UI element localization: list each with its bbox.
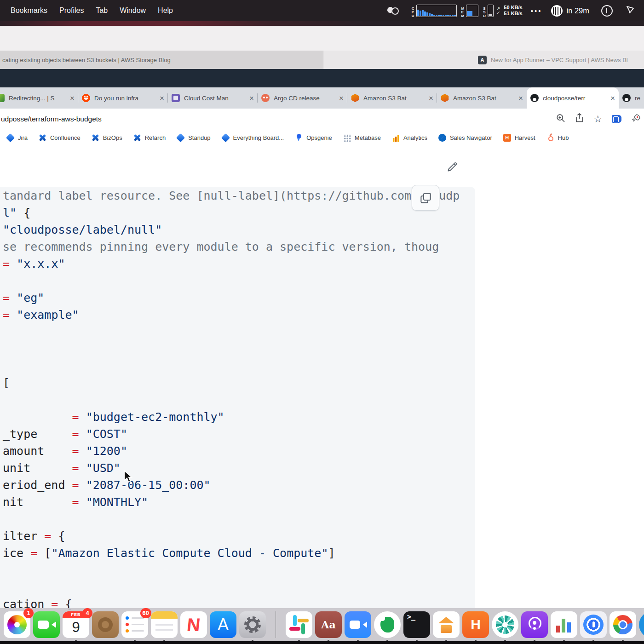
close-tab-icon[interactable]: ×	[160, 94, 164, 102]
bookmark-refarch[interactable]: Refarch	[133, 134, 166, 142]
chrome-window-frame	[0, 69, 644, 87]
safari-tab-storage-blog[interactable]: cating existing objects between S3 bucke…	[0, 51, 323, 69]
dock-zoom[interactable]	[345, 611, 371, 638]
menu-window[interactable]: Window	[114, 6, 152, 15]
event-countdown-label[interactable]: in 29m	[566, 6, 589, 15]
close-tab-icon[interactable]: ×	[610, 94, 615, 102]
code-line: nit = "MONTHLY"	[3, 494, 475, 511]
code-line: amount = "1200"	[3, 443, 475, 460]
tab-title: Amazon S3 Bat	[453, 95, 516, 102]
share-menu-icon[interactable]	[625, 4, 636, 17]
dock-app-store[interactable]	[210, 611, 236, 638]
notification-badge: 60	[140, 608, 151, 618]
code-line	[3, 323, 475, 340]
menubar-overflow-icon[interactable]: •••	[531, 7, 542, 15]
dock-facetime[interactable]	[33, 611, 60, 638]
dock-chrome[interactable]	[610, 611, 636, 638]
edit-readme-pencil-icon[interactable]	[446, 161, 458, 175]
chrome-tab-4[interactable]: Argo CD release×	[258, 87, 347, 109]
dock-system-preferences[interactable]	[239, 611, 266, 638]
close-tab-icon[interactable]: ×	[70, 94, 75, 102]
chrome-tab-8[interactable]: re	[619, 87, 644, 109]
dock-dictionary[interactable]	[315, 611, 342, 638]
dock-divider	[276, 611, 276, 638]
github-favicon	[622, 94, 631, 102]
menu-bookmarks[interactable]: Bookmarks	[5, 6, 53, 15]
bookmark-label: Hub	[558, 134, 569, 141]
close-tab-icon[interactable]: ×	[429, 94, 433, 102]
mem-meter[interactable]	[466, 5, 478, 17]
dock-1password[interactable]	[580, 611, 607, 638]
dock-news[interactable]	[180, 611, 207, 638]
dock-contacts[interactable]	[92, 611, 119, 638]
ssd-meter[interactable]	[488, 5, 494, 17]
close-tab-icon[interactable]: ×	[249, 94, 254, 102]
bookmark-hub[interactable]: Hub	[546, 134, 569, 142]
bookmark-opsgenie[interactable]: Opsgenie	[295, 134, 332, 142]
dock-numbers[interactable]	[551, 611, 577, 638]
dock-photos[interactable]: 1	[4, 611, 30, 638]
partial-favicon	[0, 94, 5, 102]
menu-profiles[interactable]: Profiles	[53, 6, 90, 15]
close-tab-icon[interactable]: ×	[518, 94, 523, 102]
cpu-history-bar	[424, 12, 426, 16]
terraform-code-block: tandard label resource. See [null-label]…	[0, 187, 475, 644]
code-line: unit = "USD"	[3, 460, 475, 477]
dock-reminders[interactable]: 60	[121, 611, 148, 638]
code-line: = "eg"	[3, 289, 475, 306]
network-activity-icon[interactable]: ↗↙	[496, 6, 500, 15]
safari-tab-app-runner[interactable]: A New for App Runner – VPC Support | AWS…	[323, 51, 644, 69]
bookmark-sales-navigator[interactable]: Sales Navigator	[438, 134, 492, 142]
safari-tab-title: New for App Runner – VPC Support | AWS N…	[491, 57, 628, 63]
rocket-extension-icon[interactable]	[631, 113, 641, 125]
dock-notes[interactable]	[151, 611, 178, 638]
chrome-tab-5[interactable]: Amazon S3 Bat×	[347, 87, 437, 109]
tab-title: Argo CD release	[274, 95, 336, 102]
share-page-icon[interactable]	[575, 113, 584, 125]
menu-help[interactable]: Help	[152, 6, 179, 15]
reddit-favicon	[82, 94, 90, 102]
bookmark-harvest[interactable]: Harvest	[503, 134, 535, 142]
1password-app-icon	[580, 611, 607, 638]
menubar-app-icon[interactable]	[387, 5, 401, 16]
cpu-history-bar	[433, 15, 435, 16]
cpu-meter[interactable]	[416, 5, 457, 17]
copy-code-button[interactable]	[412, 185, 439, 211]
chrome-tab-7[interactable]: cloudposse/terr×	[527, 87, 619, 109]
dock-slack[interactable]	[286, 611, 312, 638]
dock-calendar[interactable]: FEB94	[63, 611, 89, 638]
dock-harvest[interactable]	[462, 611, 489, 638]
chrome-tab-2[interactable]: Do you run infra×	[78, 87, 168, 109]
bookmark-analytics[interactable]: Analytics	[392, 134, 427, 142]
dock-podcasts[interactable]	[521, 611, 548, 638]
tab-title: cloudposse/terr	[543, 95, 608, 102]
close-tab-icon[interactable]: ×	[339, 94, 344, 102]
analytics-icon	[392, 134, 400, 142]
bookmark-everything-board-[interactable]: Everything Board...	[222, 134, 284, 142]
chrome-tab-3[interactable]: Cloud Cost Man×	[168, 87, 258, 109]
cpu-history-bar	[431, 14, 433, 16]
focus-mode-icon[interactable]	[601, 5, 613, 17]
dock-docker[interactable]	[639, 611, 644, 638]
dock-evernote[interactable]	[374, 611, 401, 638]
zoom-page-icon[interactable]	[556, 114, 565, 125]
safari-tab-bar: cating existing objects between S3 bucke…	[0, 51, 644, 69]
dock-pinwheel[interactable]	[492, 611, 518, 638]
dock-home[interactable]	[433, 611, 460, 638]
bookmark-star-icon[interactable]: ☆	[593, 114, 602, 124]
onepassword-extension-icon[interactable]	[612, 115, 621, 123]
menu-tab[interactable]: Tab	[90, 6, 114, 15]
bookmark-standup[interactable]: Standup	[177, 134, 210, 142]
chrome-address-text[interactable]: udposse/terraform-aws-budgets	[1, 115, 102, 123]
bookmark-jira[interactable]: Jira	[6, 134, 28, 142]
chrome-tab-1[interactable]: Redirecting... | S×	[0, 87, 78, 109]
chrome-tab-6[interactable]: Amazon S3 Bat×	[437, 87, 527, 109]
dock-terminal[interactable]	[403, 611, 430, 638]
event-countdown-icon[interactable]	[551, 5, 563, 17]
code-line: _type = "COST"	[3, 426, 475, 443]
bookmark-metabase[interactable]: Metabase	[343, 134, 381, 142]
numbers-app-icon	[551, 611, 577, 638]
bookmark-bizops[interactable]: BizOps	[92, 134, 122, 142]
bookmark-confluence[interactable]: Confluence	[39, 134, 80, 142]
network-speed[interactable]: 50 KB/s 51 KB/s	[504, 5, 522, 17]
